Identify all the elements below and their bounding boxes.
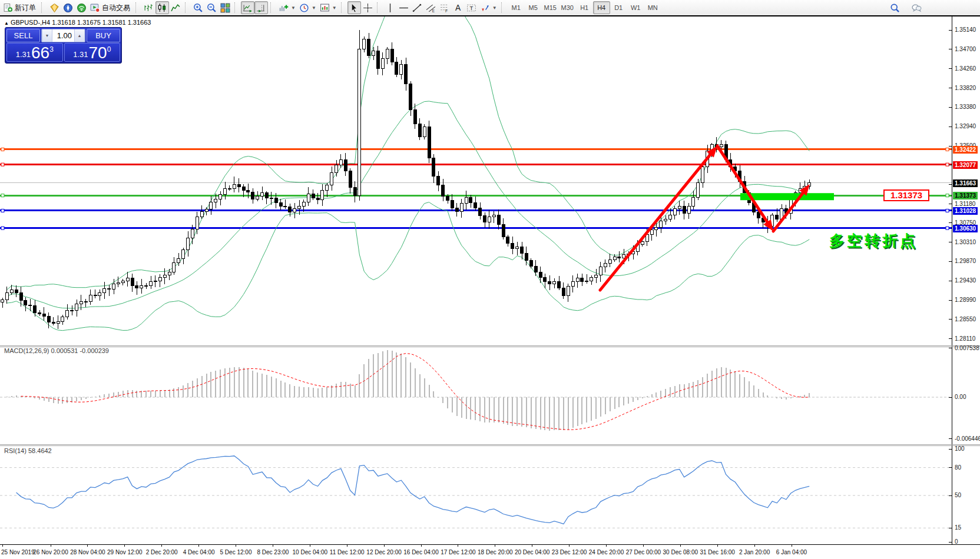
labelT-icon: T xyxy=(466,3,476,13)
buy-price-prefix: 1.31 xyxy=(73,50,88,59)
price-level-label: 1.31373 xyxy=(953,192,978,199)
toolbar-cursor-button[interactable] xyxy=(347,1,361,14)
toolbar-vertical-line-button[interactable] xyxy=(383,1,397,14)
price-tick-label: 1.28550 xyxy=(955,316,976,322)
macd-pane xyxy=(0,350,952,431)
toolbar-new-order-button[interactable]: 新订单 xyxy=(1,1,39,14)
volume-decrease-button[interactable]: ▼ xyxy=(42,29,52,42)
symbol-ohlc-text: GBPUSD-,H4 1.31618 1.31675 1.31581 1.316… xyxy=(11,19,151,26)
toolbar-separator xyxy=(135,2,140,13)
toolbar-W1-button[interactable]: W1 xyxy=(627,1,644,14)
price-annotation-box[interactable]: 1.31373 xyxy=(883,189,929,201)
chartshift-icon xyxy=(256,3,266,13)
dropdown-arrow-icon: ▼ xyxy=(312,5,316,11)
time-axis-label: 4 Dec 04:00 xyxy=(183,549,215,555)
linechart-icon xyxy=(171,3,181,13)
toolbar-M1-button[interactable]: M1 xyxy=(508,1,525,14)
price-tick-label: 100 xyxy=(955,445,965,452)
horizontal-line-1.30630[interactable] xyxy=(0,227,952,229)
turning-point-annotation[interactable]: 多空转折点 xyxy=(829,231,918,251)
toolbar-separator xyxy=(501,2,506,13)
chat-icon xyxy=(912,3,922,13)
toolbar-MN-button[interactable]: MN xyxy=(644,1,661,14)
price-tick-label: 1.29870 xyxy=(955,258,976,264)
toolbar-text-label-button[interactable]: T xyxy=(465,1,478,14)
buy-button[interactable]: BUY xyxy=(87,29,120,42)
sell-button[interactable]: SELL xyxy=(6,29,40,42)
toolbar-D1-button[interactable]: D1 xyxy=(610,1,627,14)
toolbar-chart-shift-button[interactable] xyxy=(254,1,268,14)
toolbar-search-button[interactable] xyxy=(888,1,902,14)
toolbar-bar-chart-button[interactable] xyxy=(142,1,155,14)
toolbar-horizontal-line-button[interactable] xyxy=(397,1,410,14)
toolbar-navigator-button[interactable] xyxy=(61,1,75,14)
toolbar-periods-menu-button[interactable]: ▼ xyxy=(297,1,318,14)
macd-histogram xyxy=(2,350,809,431)
macd-main-value: 0.000531 xyxy=(51,347,78,354)
toolbar-candlestick-chart-button[interactable] xyxy=(155,1,169,14)
toolbar-line-chart-button[interactable] xyxy=(169,1,183,14)
toolbar-separator xyxy=(341,2,346,13)
price-level-label: 1.31663 xyxy=(953,179,978,187)
time-axis-label: 11 Dec 12:00 xyxy=(330,549,365,555)
toolbar-text-button[interactable]: A xyxy=(451,1,465,14)
volume-value[interactable]: 1.00 xyxy=(52,29,74,42)
toolbar-separator xyxy=(185,2,190,13)
navigator-icon xyxy=(63,3,73,13)
toolbar-signals-button[interactable] xyxy=(75,1,88,14)
buy-price-display[interactable]: 1.31700 xyxy=(64,43,121,62)
toolbar-chat-button[interactable] xyxy=(910,1,923,14)
toolbar-separator xyxy=(270,2,275,13)
time-axis-label: 23 Dec 12:00 xyxy=(552,549,587,555)
toolbar-market-watch-button[interactable] xyxy=(48,1,61,14)
toolbar-arrows-button[interactable]: ▼ xyxy=(478,1,499,14)
price-tick-label: -0.006446 xyxy=(955,435,980,442)
dropdown-arrow-icon: ▼ xyxy=(332,5,337,11)
time-axis-label: 29 Nov 12:00 xyxy=(107,549,143,555)
price-tick-label: 1.33380 xyxy=(955,104,976,110)
toolbar-M5-button[interactable]: M5 xyxy=(525,1,542,14)
svg-text:T: T xyxy=(469,5,473,11)
chart-window-top-border xyxy=(0,15,980,16)
channel-icon: E xyxy=(426,3,436,13)
toolbar-auto-scroll-button[interactable] xyxy=(241,1,254,14)
price-tick-label: 1.34260 xyxy=(955,65,976,72)
time-axis-label: 17 Dec 12:00 xyxy=(441,549,476,555)
volume-increase-button[interactable]: ▲ xyxy=(74,29,85,42)
chart-area[interactable] xyxy=(0,0,980,559)
rsi-value: 58.4642 xyxy=(28,447,52,454)
time-axis-label: 20 Dec 04:00 xyxy=(515,549,550,555)
toolbar-templates-button[interactable]: ▼ xyxy=(318,1,339,14)
support-zone-rect[interactable] xyxy=(740,193,834,200)
horizontal-line-1.32077[interactable] xyxy=(0,163,952,166)
time-axis-label: 30 Dec 08:00 xyxy=(663,549,698,555)
time-axis-label: 2 Jan 20:00 xyxy=(739,549,770,555)
main-toolbar: 新订单自动交易▼▼▼EFAT▼M1M5M15M30H1H4D1W1MN xyxy=(0,0,980,15)
toolbar-tile-windows-button[interactable] xyxy=(218,1,232,14)
toolbar-H1-button[interactable]: H1 xyxy=(576,1,593,14)
toolbar-zoom-out-button[interactable] xyxy=(205,1,218,14)
price-tick-label: 1.35140 xyxy=(955,26,976,33)
toolbar-new-order-label: 新订单 xyxy=(15,3,37,13)
price-tick-label: 1.28110 xyxy=(955,335,975,342)
rsi-indicator-header: RSI(14) 58.4642 xyxy=(4,447,52,454)
toolbar-trendline-button[interactable] xyxy=(410,1,424,14)
toolbar-equidistant-channel-button[interactable]: E xyxy=(424,1,438,14)
sell-price-prefix: 1.31 xyxy=(16,50,31,59)
symbol-marker-icon: ▲ xyxy=(4,21,9,26)
toolbar-fibonacci-button[interactable]: F xyxy=(438,1,451,14)
toolbar-autotrading-button[interactable]: 自动交易 xyxy=(88,1,133,14)
price-tick-label: 50 xyxy=(955,492,961,498)
arrows-icon xyxy=(480,3,490,13)
toolbar-separator xyxy=(41,2,46,13)
toolbar-M30-button[interactable]: M30 xyxy=(559,1,576,14)
toolbar-indicators-button[interactable]: ▼ xyxy=(277,1,297,14)
trendline-icon xyxy=(412,3,422,13)
sell-price-display[interactable]: 1.31663 xyxy=(6,43,63,62)
toolbar-crosshair-button[interactable] xyxy=(361,1,375,14)
toolbar-M15-button[interactable]: M15 xyxy=(542,1,559,14)
horizontal-line-1.31028[interactable] xyxy=(0,209,952,212)
toolbar-zoom-in-button[interactable] xyxy=(191,1,205,14)
toolbar-H4-button[interactable]: H4 xyxy=(593,1,610,14)
pane-borders xyxy=(0,16,980,547)
